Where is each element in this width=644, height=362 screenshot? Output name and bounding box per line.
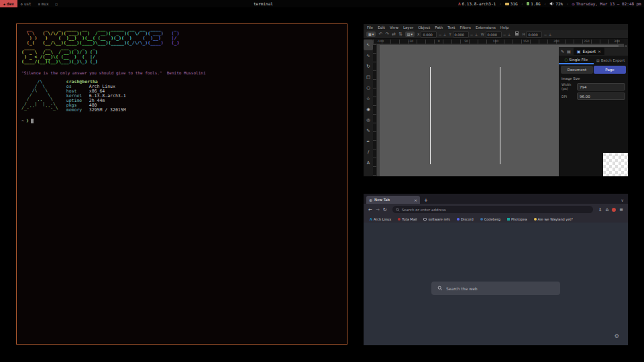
tool-icon-11[interactable]: A: [364, 158, 373, 168]
rotate-ccw-icon[interactable]: ↶: [378, 32, 382, 37]
page-button[interactable]: Page: [594, 66, 626, 74]
plus-button[interactable]: +: [475, 32, 478, 37]
bookmark-are-we-wayland-yet-[interactable]: Are we Wayland yet?: [534, 217, 573, 221]
layers-icon[interactable]: ▤: [567, 49, 571, 54]
extension-icon[interactable]: [612, 208, 616, 212]
tool-icon-4[interactable]: ○: [364, 82, 373, 93]
pencil-icon[interactable]: ✎: [561, 49, 564, 54]
coord-label: X: [417, 32, 419, 36]
bookmark-arch-linux[interactable]: ΛArch Linux: [370, 217, 391, 221]
tab-batch-export[interactable]: ▤ Batch Export: [594, 56, 629, 64]
z-order-dropdown[interactable]: ▤ ▾: [405, 32, 415, 37]
text-cursor: [31, 119, 34, 123]
tool-icon-10[interactable]: /: [364, 147, 373, 158]
workspace-dev[interactable]: ◆dev: [0, 0, 17, 7]
menu-edit[interactable]: Edit: [378, 25, 385, 29]
drawn-line-left: [430, 67, 431, 164]
export-icon: ▣: [577, 49, 581, 54]
fetch-label: memory: [66, 108, 89, 113]
coord-y: Y0.000−+: [449, 32, 478, 38]
tool-icon-3[interactable]: □: [364, 72, 373, 82]
shell-prompt[interactable]: ~ ❯: [21, 118, 342, 123]
bookmarks-bar: ΛArch LinuxTuta Mailsoftware refsDiscord…: [364, 215, 628, 223]
logo-row: /_-'' ''-_\: [21, 106, 58, 111]
status-memory[interactable]: 1.8G: [527, 1, 540, 6]
web-search-box[interactable]: Search the web: [431, 282, 560, 295]
menu-extensions[interactable]: Extensions: [476, 25, 496, 29]
list-tabs-icon[interactable]: ∨: [621, 198, 624, 202]
tool-icon-0[interactable]: ↖: [364, 40, 373, 50]
close-icon[interactable]: ×: [598, 49, 601, 54]
minus-button[interactable]: −: [543, 32, 547, 37]
coord-input[interactable]: 0.000: [421, 32, 437, 38]
menu-file[interactable]: File: [367, 25, 373, 29]
menu-path[interactable]: Path: [435, 25, 443, 29]
bookmark-software-refs[interactable]: software refs: [423, 217, 449, 221]
coord-input[interactable]: 0.000: [526, 32, 542, 38]
plus-button[interactable]: +: [548, 32, 551, 37]
coord-input[interactable]: 0.000: [486, 32, 502, 38]
flip-horizontal-icon[interactable]: ⇄: [392, 32, 396, 37]
bookmark-tuta-mail[interactable]: Tuta Mail: [398, 217, 417, 221]
new-tab-button[interactable]: +: [424, 198, 428, 203]
dpi-input[interactable]: 96.00: [577, 93, 625, 100]
workspace-mux[interactable]: ≣mux: [35, 0, 52, 7]
terminal-window[interactable]: __ _ _ ____ __ ___ _____ __ __ ____ _ \ …: [16, 23, 347, 345]
minus-button[interactable]: −: [438, 32, 441, 37]
forward-button[interactable]: →: [376, 207, 380, 213]
minus-button[interactable]: −: [470, 32, 474, 37]
bookmark-discord[interactable]: Discord: [457, 217, 474, 221]
selection-mode-dropdown[interactable]: ▦ ▾: [366, 32, 376, 37]
menu-help[interactable]: Help: [500, 25, 509, 29]
width-input[interactable]: 794: [577, 83, 625, 90]
tool-icon-9[interactable]: ✒: [364, 136, 373, 147]
menu-layer[interactable]: Layer: [403, 25, 413, 29]
tool-icon-6[interactable]: ◉: [364, 104, 373, 115]
menu-object[interactable]: Object: [418, 25, 430, 29]
workspace-ust[interactable]: ⚙ust: [17, 0, 35, 7]
flip-vertical-icon[interactable]: ⇅: [398, 32, 402, 37]
export-dialog-tab[interactable]: ▣ Export ×: [574, 48, 604, 55]
bookmark-codeberg[interactable]: Codeberg: [480, 217, 500, 221]
status-volume[interactable]: 72%: [549, 1, 563, 6]
tool-icon-5[interactable]: ☆: [364, 93, 373, 104]
back-button[interactable]: ←: [368, 207, 372, 213]
rotate-cw-icon[interactable]: ↷: [385, 32, 389, 37]
focused-window-title: terminal: [254, 0, 273, 7]
bookmark-photopea[interactable]: Photopea: [507, 217, 527, 221]
bookmark-label: software refs: [428, 217, 449, 221]
workspace-switcher: ◆dev⚙ust≣mux□: [0, 0, 61, 7]
status-disk[interactable]: 31G: [505, 1, 518, 6]
lock-icon[interactable]: [515, 33, 519, 36]
arch-icon: Λ: [458, 1, 461, 6]
status-clock[interactable]: ◷ Thursday, Mar 13 — 02:48 pm: [572, 1, 641, 6]
minus-button[interactable]: −: [503, 32, 506, 37]
workspace-icon: ≣: [38, 2, 40, 6]
url-bar[interactable]: Search or enter address: [392, 206, 593, 213]
width-label: Width (px): [561, 82, 575, 90]
tool-icon-2[interactable]: ↻: [364, 61, 373, 72]
personalize-gear-icon[interactable]: ⚙: [614, 333, 619, 339]
export-tab-title: Export: [582, 49, 596, 54]
status-kernel[interactable]: Λ 6.13.8-arch3-1: [458, 1, 496, 6]
tool-icon-8[interactable]: ✎: [364, 125, 373, 136]
plus-button[interactable]: +: [508, 32, 511, 37]
menu-text[interactable]: Text: [447, 25, 455, 29]
drawn-line-right: [500, 67, 500, 164]
document-button[interactable]: Document: [561, 66, 593, 74]
coord-input[interactable]: 0.000: [453, 32, 469, 38]
tool-icon-1[interactable]: ∿: [364, 50, 373, 61]
reload-button[interactable]: ↻: [383, 207, 387, 213]
home-icon[interactable]: ⌂: [606, 207, 608, 213]
workspace-scratch[interactable]: □: [52, 0, 61, 7]
workspace-icon: ◆: [3, 2, 5, 6]
menu-view[interactable]: View: [390, 25, 398, 29]
tab-single-file[interactable]: ▢ Single File: [559, 56, 594, 64]
plus-button[interactable]: +: [443, 32, 446, 37]
menu-filters[interactable]: Filters: [460, 25, 471, 29]
tab-new-tab[interactable]: ⊕ New Tab ×: [366, 196, 420, 204]
close-icon[interactable]: ×: [414, 198, 417, 202]
menu-icon[interactable]: ≡: [619, 207, 623, 213]
tool-icon-7[interactable]: ◎: [364, 115, 373, 125]
downloads-icon[interactable]: ⇩: [598, 207, 602, 213]
